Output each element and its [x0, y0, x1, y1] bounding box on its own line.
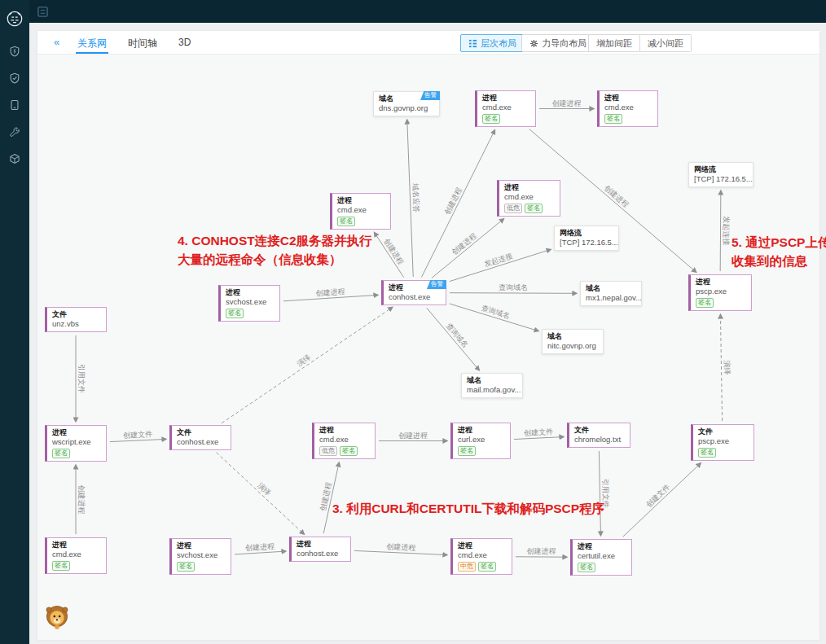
graph-node-cmd_b2[interactable]: 进程cmd.exe中危签名	[450, 538, 512, 575]
node-tag: 签名	[696, 298, 714, 308]
node-name: cmd.exe	[337, 205, 385, 215]
node-type-label: 进程	[52, 428, 101, 437]
node-type-label: 文件	[177, 428, 226, 437]
node-name: [TCP] 172.16.5...	[694, 174, 748, 184]
node-type-label: 网络流	[560, 229, 613, 238]
node-name: nitc.govnp.org	[547, 341, 598, 351]
node-name: cmd.exe	[458, 550, 507, 560]
node-tag: 签名	[478, 562, 496, 572]
graph-node-cmd_m[interactable]: 进程cmd.exe低危签名	[497, 180, 560, 217]
node-name: cmd.exe	[319, 435, 370, 445]
red-annotation: 4. CONHOST连接C2服务器并执行大量的远程命令（信息收集）	[178, 231, 372, 269]
node-type-label: 网络流	[694, 165, 748, 174]
decrease-spacing-button[interactable]: 减小间距	[640, 34, 692, 52]
alert-badge: 告警	[420, 91, 440, 100]
hierarchical-layout-button[interactable]: 层次布局	[460, 34, 525, 52]
node-name: dns.govnp.org	[379, 103, 434, 113]
node-name: wscript.exe	[52, 437, 101, 447]
node-type-label: 域名	[586, 284, 636, 293]
node-type-label: 进程	[504, 183, 555, 192]
graph-node-cmd_t2[interactable]: 进程cmd.exe签名	[597, 90, 658, 127]
node-name: svchost.exe	[177, 550, 226, 560]
node-type-label: 进程	[337, 196, 385, 205]
node-name: chromelog.txt	[574, 435, 625, 445]
graph-node-unz[interactable]: 文件unz.vbs	[45, 307, 107, 332]
graph-node-nf2[interactable]: 网络流[TCP] 172.16.5...	[554, 226, 619, 251]
node-type-label: 进程	[297, 540, 345, 549]
node-name: pscp.exe	[698, 436, 749, 446]
node-tag: 低危	[319, 446, 337, 456]
node-tag: 签名	[52, 449, 70, 458]
node-tag: 签名	[177, 562, 195, 572]
node-name: cmd.exe	[504, 192, 555, 202]
graph-node-cmd_t1[interactable]: 进程cmd.exe签名	[475, 90, 536, 127]
node-tag: 签名	[604, 114, 622, 124]
node-name: [TCP] 172.16.5...	[560, 238, 613, 248]
node-tag: 中危	[458, 562, 476, 572]
list-icon[interactable]	[37, 7, 48, 17]
graph-node-layer[interactable]: 域名dns.govnp.org告警进程cmd.exe签名进程cmd.exe签名进…	[0, 0, 826, 644]
node-name: cmd.exe	[604, 103, 652, 112]
node-name: pscp.exe	[696, 287, 746, 296]
node-name: cmd.exe	[482, 103, 530, 112]
node-tag: 签名	[52, 561, 70, 571]
wrench-icon[interactable]	[9, 126, 20, 138]
node-type-label: 进程	[458, 426, 505, 435]
graph-node-svchost_b[interactable]: 进程svchost.exe签名	[169, 538, 231, 575]
node-name: conhost.exe	[389, 292, 441, 302]
tab-3d[interactable]: 3D	[178, 31, 191, 55]
node-name: mx1.nepal.gov...	[586, 293, 636, 303]
force-layout-button[interactable]: 力导向布局	[521, 34, 595, 52]
graph-node-mail[interactable]: 域名mail.mofa.gov...	[461, 373, 523, 398]
node-type-label: 进程	[604, 94, 652, 103]
tab-timeline[interactable]: 时间轴	[128, 31, 157, 55]
node-type-label: 进程	[458, 541, 507, 550]
node-name: conhost.exe	[297, 549, 345, 559]
graph-node-cmd_mid[interactable]: 进程cmd.exe低危签名	[312, 423, 376, 459]
left-sidebar	[0, 0, 29, 644]
node-type-label: 进程	[177, 541, 226, 550]
device-icon[interactable]	[9, 99, 20, 111]
hierarchy-layout-icon	[468, 39, 477, 48]
node-name: unz.vbs	[52, 319, 101, 329]
node-type-label: 文件	[52, 310, 101, 319]
lion-mascot[interactable]	[42, 602, 72, 632]
graph-node-cmd_l[interactable]: 进程cmd.exe签名	[330, 193, 391, 230]
node-tag: 签名	[337, 217, 355, 226]
graph-node-pscp_p[interactable]: 进程pscp.exe签名	[688, 274, 752, 311]
graph-toolbar: « 关系网 时间轴 3D 层次布局 力导向布局 增加间距 减小间距	[37, 31, 819, 55]
node-name: mail.mofa.gov...	[467, 385, 517, 395]
force-layout-icon	[529, 39, 538, 48]
graph-node-svchost_t[interactable]: 进程svchost.exe签名	[218, 285, 280, 322]
node-tag: 签名	[525, 204, 543, 213]
graph-node-nf1[interactable]: 网络流[TCP] 172.16.5...	[688, 162, 754, 187]
node-type-label: 进程	[482, 94, 530, 103]
node-name: cmd.exe	[52, 550, 101, 559]
package-icon[interactable]	[9, 153, 20, 164]
graph-node-conhost_b[interactable]: 进程conhost.exe	[289, 537, 351, 562]
collapse-panel-button[interactable]: «	[54, 36, 59, 48]
graph-node-wscript[interactable]: 进程wscript.exe签名	[45, 425, 107, 462]
node-type-label: 进程	[226, 288, 275, 297]
graph-node-cmd_bl[interactable]: 进程cmd.exe签名	[45, 537, 107, 574]
graph-node-mx1[interactable]: 域名mx1.nepal.gov...	[580, 281, 642, 306]
tab-relation-network[interactable]: 关系网	[77, 31, 107, 55]
node-tag: 低危	[504, 204, 522, 213]
red-annotation: 5. 通过PSCP上传收集到的信息	[732, 233, 826, 270]
node-name: svchost.exe	[226, 297, 275, 307]
graph-node-pscp_f[interactable]: 文件pscp.exe签名	[691, 424, 754, 461]
increase-spacing-button[interactable]: 增加间距	[588, 34, 640, 52]
graph-node-conhost_c[interactable]: 进程conhost.exe告警	[381, 280, 446, 305]
node-tag: 签名	[226, 309, 244, 318]
shield-check-icon[interactable]	[9, 72, 20, 84]
tiger-emblem[interactable]	[6, 10, 24, 28]
graph-node-curl[interactable]: 进程curl.exe签名	[450, 423, 511, 459]
graph-node-nitc[interactable]: 域名nitc.govnp.org	[542, 329, 604, 354]
graph-node-conhost_f[interactable]: 文件conhost.exe	[169, 425, 231, 450]
red-annotation: 3. 利用CURL和CERTUTIL下载和解码PSCP程序	[332, 499, 604, 518]
shield-alert-icon[interactable]	[9, 46, 20, 57]
graph-node-certutil[interactable]: 进程certutil.exe签名	[570, 539, 632, 576]
graph-node-dns[interactable]: 域名dns.govnp.org告警	[373, 91, 440, 116]
view-tabs: 关系网 时间轴 3D	[77, 31, 212, 55]
graph-node-chromelog[interactable]: 文件chromelog.txt	[567, 423, 630, 448]
